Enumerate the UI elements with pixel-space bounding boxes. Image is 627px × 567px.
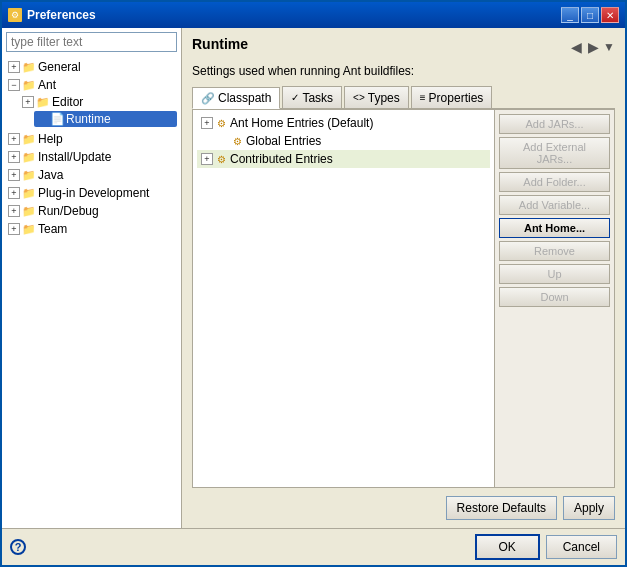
tree-label-editor: Editor	[52, 95, 83, 109]
up-button[interactable]: Up	[499, 264, 610, 284]
expand-general[interactable]: +	[8, 61, 20, 73]
nav-arrows: ◀ ▶ ▼	[569, 39, 615, 55]
ant-icon-contributed: ⚙	[217, 154, 226, 165]
ant-icon-anthome: ⚙	[217, 118, 226, 129]
tree-label-help: Help	[38, 132, 63, 146]
tab-content-area: + ⚙ Ant Home Entries (Default) ⚙ Global …	[192, 109, 615, 488]
ant-icon-global: ⚙	[233, 136, 242, 147]
right-panel: Runtime ◀ ▶ ▼ Settings used when running…	[182, 28, 625, 528]
tab-tasks[interactable]: ✓ Tasks	[282, 86, 342, 108]
classpath-item-anthome[interactable]: + ⚙ Ant Home Entries (Default)	[197, 114, 490, 132]
title-bar: ⚙ Preferences _ □ ✕	[2, 2, 625, 28]
window-icon: ⚙	[8, 8, 22, 22]
help-button[interactable]: ?	[10, 539, 26, 555]
main-content: + 📁 General − 📁 Ant	[2, 28, 625, 528]
nav-dropdown[interactable]: ▼	[603, 40, 615, 54]
bottom-bar: ? OK Cancel	[2, 528, 625, 565]
classpath-tab-label: Classpath	[218, 91, 271, 105]
add-folder-button[interactable]: Add Folder...	[499, 172, 610, 192]
expand-java[interactable]: +	[8, 169, 20, 181]
runtime-icon: 📄	[50, 112, 64, 126]
nav-back-button[interactable]: ◀	[569, 39, 584, 55]
classpath-label-contributed: Contributed Entries	[230, 152, 333, 166]
tree-item-install[interactable]: + 📁 Install/Update	[6, 148, 177, 166]
tree-label-plugin: Plug-in Development	[38, 186, 149, 200]
folder-icon-rundebug: 📁	[22, 204, 36, 218]
add-variable-button[interactable]: Add Variable...	[499, 195, 610, 215]
types-tab-icon: <>	[353, 92, 365, 103]
down-button[interactable]: Down	[499, 287, 610, 307]
folder-icon-help: 📁	[22, 132, 36, 146]
tree-item-team[interactable]: + 📁 Team	[6, 220, 177, 238]
tree: + 📁 General − 📁 Ant	[6, 58, 177, 524]
folder-icon-plugin: 📁	[22, 186, 36, 200]
classpath-item-global[interactable]: ⚙ Global Entries	[197, 132, 490, 150]
left-panel: + 📁 General − 📁 Ant	[2, 28, 182, 528]
classpath-label-anthome: Ant Home Entries (Default)	[230, 116, 373, 130]
tree-label-runtime: Runtime	[66, 112, 111, 126]
panel-description: Settings used when running Ant buildfile…	[192, 64, 615, 78]
window-title: Preferences	[27, 8, 96, 22]
tasks-tab-icon: ✓	[291, 92, 299, 103]
buttons-panel: Add JARs... Add External JARs... Add Fol…	[494, 110, 614, 487]
add-external-jars-button[interactable]: Add External JARs...	[499, 137, 610, 169]
tree-item-general[interactable]: + 📁 General	[6, 58, 177, 76]
apply-button[interactable]: Apply	[563, 496, 615, 520]
expand-rundebug[interactable]: +	[8, 205, 20, 217]
folder-icon-install: 📁	[22, 150, 36, 164]
tasks-tab-label: Tasks	[302, 91, 333, 105]
add-jars-button[interactable]: Add JARs...	[499, 114, 610, 134]
tree-item-rundebug[interactable]: + 📁 Run/Debug	[6, 202, 177, 220]
properties-tab-label: Properties	[429, 91, 484, 105]
classpath-tab-icon: 🔗	[201, 92, 215, 105]
tree-item-java[interactable]: + 📁 Java	[6, 166, 177, 184]
types-tab-label: Types	[368, 91, 400, 105]
tree-item-help[interactable]: + 📁 Help	[6, 130, 177, 148]
filter-input[interactable]	[6, 32, 177, 52]
tree-label-general: General	[38, 60, 81, 74]
folder-icon-editor: 📁	[36, 95, 50, 109]
folder-icon-java: 📁	[22, 168, 36, 182]
properties-tab-icon: ≡	[420, 92, 426, 103]
tree-label-java: Java	[38, 168, 63, 182]
tree-item-plugin[interactable]: + 📁 Plug-in Development	[6, 184, 177, 202]
folder-icon-team: 📁	[22, 222, 36, 236]
tree-label-rundebug: Run/Debug	[38, 204, 99, 218]
classpath-item-contributed[interactable]: + ⚙ Contributed Entries	[197, 150, 490, 168]
close-button[interactable]: ✕	[601, 7, 619, 23]
ant-home-button[interactable]: Ant Home...	[499, 218, 610, 238]
tree-label-install: Install/Update	[38, 150, 111, 164]
folder-icon: 📁	[22, 60, 36, 74]
folder-icon-ant: 📁	[22, 78, 36, 92]
expand-ant[interactable]: −	[8, 79, 20, 91]
tree-item-runtime[interactable]: 📄 Runtime	[34, 110, 177, 128]
expand-editor[interactable]: +	[22, 96, 34, 108]
tree-item-editor[interactable]: + 📁 Editor 📄 Runtime	[20, 93, 177, 129]
restore-defaults-button[interactable]: Restore Defaults	[446, 496, 557, 520]
minimize-button[interactable]: _	[561, 7, 579, 23]
expand-plugin[interactable]: +	[8, 187, 20, 199]
panel-title: Runtime	[192, 36, 248, 52]
remove-button[interactable]: Remove	[499, 241, 610, 261]
classpath-label-global: Global Entries	[246, 134, 321, 148]
tab-properties[interactable]: ≡ Properties	[411, 86, 493, 108]
expand-team[interactable]: +	[8, 223, 20, 235]
tree-item-ant[interactable]: − 📁 Ant + 📁 Editor	[6, 76, 177, 130]
maximize-button[interactable]: □	[581, 7, 599, 23]
cancel-button[interactable]: Cancel	[546, 535, 617, 559]
tab-classpath[interactable]: 🔗 Classpath	[192, 87, 280, 109]
tabs: 🔗 Classpath ✓ Tasks <> Types ≡ Propertie…	[192, 86, 615, 109]
classpath-tree: + ⚙ Ant Home Entries (Default) ⚙ Global …	[193, 110, 494, 487]
tree-label-team: Team	[38, 222, 67, 236]
preferences-window: ⚙ Preferences _ □ ✕ + 📁 General	[0, 0, 627, 567]
expand-install[interactable]: +	[8, 151, 20, 163]
ok-button[interactable]: OK	[475, 534, 540, 560]
panel-footer: Restore Defaults Apply	[192, 496, 615, 520]
tree-label-ant: Ant	[38, 78, 56, 92]
expand-contributed[interactable]: +	[201, 153, 213, 165]
tab-types[interactable]: <> Types	[344, 86, 409, 108]
title-bar-buttons: _ □ ✕	[561, 7, 619, 23]
expand-help[interactable]: +	[8, 133, 20, 145]
nav-forward-button[interactable]: ▶	[586, 39, 601, 55]
expand-anthome[interactable]: +	[201, 117, 213, 129]
